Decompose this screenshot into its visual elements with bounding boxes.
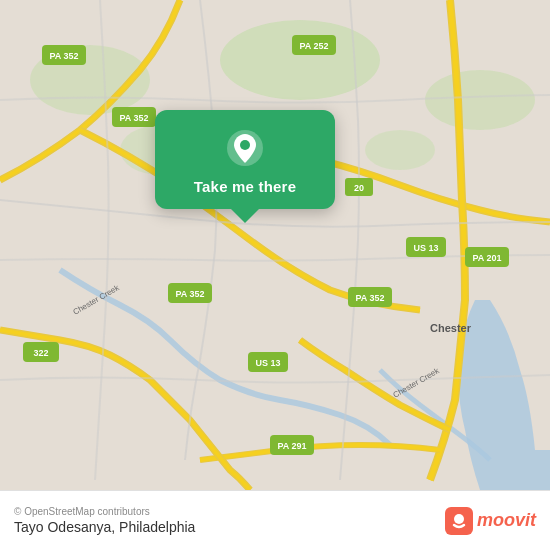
svg-text:PA 252: PA 252 <box>299 41 328 51</box>
popup-card[interactable]: Take me there <box>155 110 335 209</box>
svg-text:PA 352: PA 352 <box>49 51 78 61</box>
location-name: Tayo Odesanya, Philadelphia <box>14 519 195 535</box>
bottom-left: © OpenStreetMap contributors Tayo Odesan… <box>14 506 195 535</box>
svg-text:PA 352: PA 352 <box>119 113 148 123</box>
moovit-text: moovit <box>477 510 536 531</box>
svg-point-4 <box>425 70 535 130</box>
svg-text:PA 201: PA 201 <box>472 253 501 263</box>
svg-text:US 13: US 13 <box>255 358 280 368</box>
attribution-text: © OpenStreetMap contributors <box>14 506 195 517</box>
svg-text:PA 291: PA 291 <box>277 441 306 451</box>
svg-point-32 <box>240 140 250 150</box>
svg-text:Chester: Chester <box>430 322 472 334</box>
bottom-bar: © OpenStreetMap contributors Tayo Odesan… <box>0 490 550 550</box>
map-container: PA 352 PA 252 PA 352 20 PA 352 PA 352 US… <box>0 0 550 490</box>
moovit-icon <box>445 507 473 535</box>
svg-text:322: 322 <box>33 348 48 358</box>
location-pin-icon <box>225 128 265 168</box>
svg-point-5 <box>365 130 435 170</box>
svg-text:US 13: US 13 <box>413 243 438 253</box>
popup-label: Take me there <box>194 178 296 195</box>
moovit-logo: moovit <box>445 507 536 535</box>
svg-text:PA 352: PA 352 <box>355 293 384 303</box>
map-svg: PA 352 PA 252 PA 352 20 PA 352 PA 352 US… <box>0 0 550 490</box>
svg-text:20: 20 <box>354 183 364 193</box>
svg-point-34 <box>454 514 464 524</box>
svg-text:PA 352: PA 352 <box>175 289 204 299</box>
